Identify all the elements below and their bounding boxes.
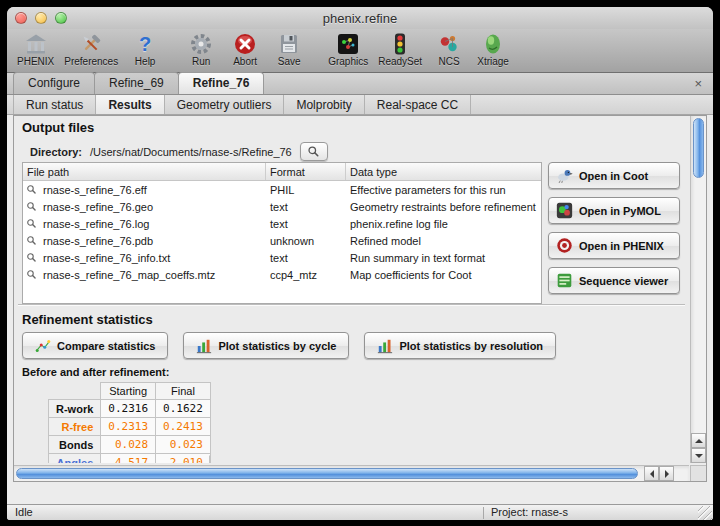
toolbar: PHENIX Preferences ? Help Run Abort	[7, 29, 713, 73]
horizontal-scrollbar[interactable]	[14, 465, 689, 481]
notebook-tabstrip: Configure Refine_69 Refine_76 ×	[7, 73, 713, 95]
format-cell: unknown	[266, 235, 346, 247]
file-path-cell: rnase-s_refine_76_map_coeffs.mtz	[39, 269, 266, 281]
phenix-logo-icon	[556, 237, 573, 254]
stat-starting-value: 4.517	[101, 454, 156, 464]
statusbar: Idle Project: rnase-s	[7, 504, 713, 520]
traffic-lights	[15, 12, 67, 24]
toolbar-button-xtriage[interactable]: Xtriage	[476, 31, 510, 67]
statusbar-divider	[483, 507, 484, 519]
table-row[interactable]: rnase-s_refine_76.log text phenix.refine…	[23, 215, 541, 232]
format-cell: PHIL	[266, 184, 346, 196]
directory-path: /Users/nat/Documents/rnase-s/Refine_76	[90, 146, 292, 158]
column-header-format[interactable]: Format	[266, 163, 346, 180]
open-in-pymol-button[interactable]: Open in PyMOL	[548, 197, 680, 224]
table-row[interactable]: rnase-s_refine_76_info.txt text Run summ…	[23, 249, 541, 266]
toolbar-label: Save	[278, 56, 301, 67]
titlebar: phenix.refine	[7, 7, 713, 29]
toolbar-button-preferences[interactable]: Preferences	[64, 31, 118, 67]
stats-column-starting: Starting	[101, 383, 156, 400]
table-row[interactable]: rnase-s_refine_76_map_coeffs.mtz ccp4_mt…	[23, 266, 541, 283]
help-question-icon: ?	[139, 31, 151, 57]
stats-row-r-work: R-work 0.2316 0.1622	[49, 400, 211, 418]
scrollbar-corner	[690, 465, 706, 481]
subtab-geometry-outliers[interactable]: Geometry outliers	[165, 95, 285, 114]
stats-corner-cell	[194, 455, 210, 464]
subtab-real-space-cc[interactable]: Real-space CC	[365, 95, 471, 114]
compare-statistics-button[interactable]: Compare statistics	[22, 332, 168, 359]
subtab-molprobity[interactable]: Molprobity	[284, 95, 364, 114]
tab-refine-69[interactable]: Refine_69	[94, 72, 179, 94]
magnifier-icon[interactable]	[23, 252, 39, 263]
tab-close-icon[interactable]: ×	[691, 77, 705, 90]
table-row[interactable]: rnase-s_refine_76.eff PHIL Effective par…	[23, 181, 541, 198]
toolbar-button-readyset[interactable]: ReadySet	[378, 31, 422, 67]
data-type-cell: Geometry restraints before refinement	[346, 201, 541, 213]
subtab-results[interactable]: Results	[96, 95, 164, 114]
stat-final-value: 0.2413	[156, 418, 211, 436]
toolbar-label: Xtriage	[477, 56, 509, 67]
horizontal-scrollbar-thumb[interactable]	[16, 468, 638, 479]
button-label: Plot statistics by resolution	[399, 340, 543, 352]
magnifier-icon[interactable]	[23, 184, 39, 195]
open-in-coot-button[interactable]: Open in Coot	[548, 162, 680, 189]
table-row[interactable]: rnase-s_refine_76.geo text Geometry rest…	[23, 198, 541, 215]
xtriage-icon	[481, 31, 505, 57]
stat-final-value: 0.023	[156, 436, 211, 454]
open-in-phenix-button[interactable]: Open in PHENIX	[548, 232, 680, 259]
vertical-scrollbar-thumb[interactable]	[693, 118, 704, 178]
plot-statistics-by-cycle-button[interactable]: Plot statistics by cycle	[183, 332, 349, 359]
tab-refine-76[interactable]: Refine_76	[178, 72, 265, 94]
before-after-label: Before and after refinement:	[22, 366, 169, 378]
vertical-scrollbar[interactable]	[690, 116, 706, 463]
scroll-right-arrow-icon[interactable]	[659, 466, 674, 481]
close-window-button[interactable]	[15, 12, 27, 24]
toolbar-button-help[interactable]: ? Help	[128, 31, 162, 67]
subtab-run-status[interactable]: Run status	[13, 95, 96, 114]
toolbar-button-abort[interactable]: Abort	[228, 31, 262, 67]
stat-final-value: 0.1622	[156, 400, 211, 418]
data-type-cell: Map coefficients for Coot	[346, 269, 541, 281]
bar-chart-icon	[377, 338, 393, 354]
coot-bird-icon	[556, 167, 573, 184]
magnifier-icon[interactable]	[23, 218, 39, 229]
project-label: Project: rnase-s	[491, 506, 568, 518]
directory-label: Directory:	[30, 146, 82, 158]
minimize-window-button[interactable]	[35, 12, 47, 24]
results-scrollview: Output files Directory: /Users/nat/Docum…	[14, 116, 689, 463]
resize-grip[interactable]	[698, 506, 712, 520]
column-header-data-type[interactable]: Data type	[346, 163, 541, 180]
toolbar-label: Graphics	[328, 56, 368, 67]
format-cell: text	[266, 252, 346, 264]
phenix-home-icon	[24, 31, 48, 57]
toolbar-button-run[interactable]: Run	[184, 31, 218, 67]
zoom-window-button[interactable]	[55, 12, 67, 24]
refinement-statistics-heading: Refinement statistics	[22, 312, 153, 327]
table-row[interactable]: rnase-s_refine_76.pdb unknown Refined mo…	[23, 232, 541, 249]
scroll-up-arrow-icon[interactable]	[691, 433, 706, 448]
table-header-row: File path Format Data type	[23, 163, 541, 181]
magnifier-icon[interactable]	[23, 269, 39, 280]
stat-starting-value: 0.028	[101, 436, 156, 454]
browse-directory-button[interactable]	[300, 142, 328, 161]
toolbar-button-save[interactable]: Save	[272, 31, 306, 67]
scroll-down-arrow-icon[interactable]	[691, 448, 706, 463]
sequence-viewer-button[interactable]: Sequence viewer	[548, 267, 680, 294]
scroll-left-arrow-icon[interactable]	[644, 466, 659, 481]
toolbar-button-ncs[interactable]: NCS	[432, 31, 466, 67]
stats-row-r-free: R-free 0.2313 0.2413	[49, 418, 211, 436]
refinement-stats-table: Starting Final R-work 0.2316 0.1622 R-fr…	[48, 382, 211, 463]
toolbar-button-graphics[interactable]: Graphics	[328, 31, 368, 67]
magnifier-icon	[307, 145, 320, 158]
column-header-file-path[interactable]: File path	[23, 163, 266, 180]
toolbar-label: Help	[135, 56, 156, 67]
toolbar-button-phenix[interactable]: PHENIX	[17, 31, 54, 67]
data-type-cell: Run summary in text format	[346, 252, 541, 264]
plot-statistics-by-resolution-button[interactable]: Plot statistics by resolution	[364, 332, 556, 359]
magnifier-icon[interactable]	[23, 235, 39, 246]
tab-configure[interactable]: Configure	[13, 72, 95, 94]
file-path-cell: rnase-s_refine_76.log	[39, 218, 266, 230]
stat-label: R-work	[49, 400, 101, 418]
toolbar-label: PHENIX	[17, 56, 54, 67]
magnifier-icon[interactable]	[23, 201, 39, 212]
